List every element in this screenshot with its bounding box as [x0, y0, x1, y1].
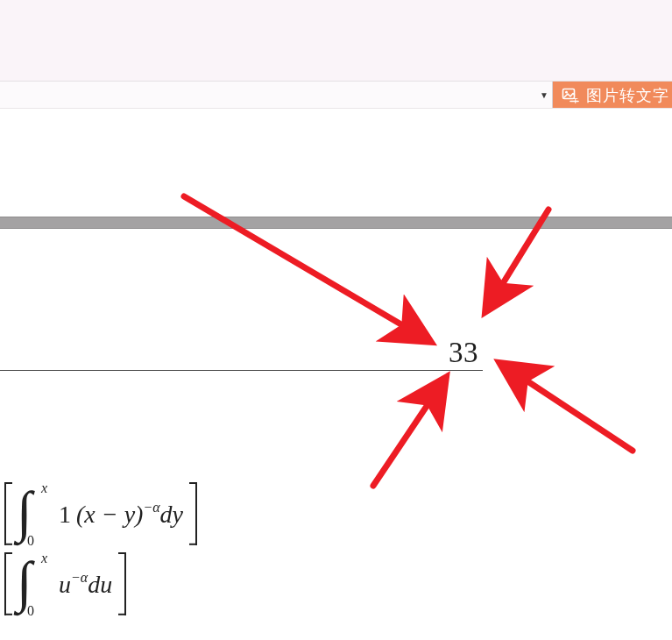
- ocr-icon: T: [562, 87, 579, 104]
- right-bracket-icon: [187, 482, 199, 545]
- integral-sign: ∫ 0 x: [15, 482, 52, 545]
- right-bracket-icon: [116, 552, 128, 615]
- integrand-1: 1(x − y)−αdy: [52, 500, 187, 529]
- svg-point-1: [565, 90, 568, 93]
- integral-sign: ∫ 0 x: [15, 552, 52, 615]
- integrand-2: u−αdu: [52, 570, 116, 599]
- math-block: ∫ 0 x 1(x − y)−αdy ∫ 0 x u−αdu: [3, 480, 199, 617]
- arrow-bottom-right: [501, 364, 633, 451]
- integral-upper-2: x: [41, 551, 47, 566]
- left-bracket-icon: [3, 482, 15, 545]
- left-bracket-icon: [3, 552, 15, 615]
- integral-upper-1: x: [41, 480, 47, 496]
- app-header-band: [0, 0, 672, 82]
- arrow-bottom-left: [373, 379, 445, 486]
- math-line-2: ∫ 0 x u−αdu: [3, 551, 199, 617]
- font-style-dropdown[interactable]: ▼: [0, 82, 553, 109]
- integral-lower-1: 0: [27, 533, 34, 549]
- svg-text:T: T: [573, 96, 579, 104]
- math-line-1: ∫ 0 x 1(x − y)−αdy: [3, 480, 199, 547]
- ruler-bar: [0, 217, 672, 229]
- ribbon-spacer: [0, 108, 672, 217]
- image-to-text-button[interactable]: T 图片转文字: [553, 82, 672, 109]
- page-number-rule: [0, 370, 483, 371]
- integral-lower-2: 0: [27, 603, 34, 619]
- page-number: 33: [449, 337, 478, 369]
- caret-down-icon: ▼: [540, 90, 548, 100]
- image-to-text-label: 图片转文字: [586, 85, 669, 106]
- toolbar: ▼ T 图片转文字: [0, 81, 672, 110]
